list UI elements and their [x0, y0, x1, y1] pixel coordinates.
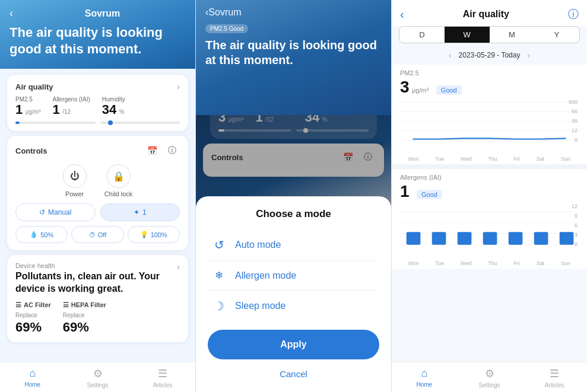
allergens-x-tue: Tue: [435, 260, 444, 266]
allergen-mode-option[interactable]: ❄ Allergen mode: [208, 261, 379, 291]
auto-mode-label: Auto mode: [235, 240, 281, 250]
p3-nav-articles[interactable]: ☰ Articles: [522, 362, 587, 392]
allergens-x-labels: Mon Tue Wed Thu Fri Sat Sun: [400, 259, 579, 266]
auto-mode-icon: ↺: [210, 238, 228, 252]
pm25-y-55: 55: [569, 109, 578, 114]
allergens-value: 1: [52, 102, 59, 117]
p3-nav-settings-label: Settings: [478, 382, 500, 388]
filter-row: ☰ AC Filter Replace 69% ☰ HEPA Filter Re…: [15, 301, 180, 335]
p1-nav: ‹ Sovrum: [9, 7, 186, 20]
humidity-ctrl-label: 50%: [40, 231, 53, 238]
p3-nav-settings[interactable]: ⚙ Settings: [457, 362, 522, 392]
nav-home[interactable]: ⌂ Home: [0, 362, 65, 392]
humidity-button[interactable]: 💧 50%: [15, 226, 68, 243]
manual-mode-button[interactable]: ↺ Manual: [15, 203, 96, 221]
p2-nav: ‹ Sovrum: [205, 7, 382, 18]
calendar-icon[interactable]: 📅: [144, 143, 160, 158]
panel-right: ‹ Air quality ⓘ D W M Y ‹ 2023-05-29 - T…: [392, 0, 587, 392]
home-icon: ⌂: [29, 367, 36, 380]
progress-bars: [15, 122, 180, 124]
manual-label: Manual: [48, 208, 71, 216]
brightness-button[interactable]: 💡 100%: [128, 226, 180, 243]
p3-content: PM2.5 3 μg/m³ Good 500 55: [392, 65, 587, 362]
sleep-mode-option[interactable]: ☽ Sleep mode: [208, 291, 379, 321]
nav-home-label: Home: [24, 381, 40, 388]
humidity-metric: Humidity 34 %: [102, 96, 125, 117]
allergen-mode-label: Allergen mode: [235, 270, 296, 281]
modal-overlay: Choose a mode ↺ Auto mode ❄ Allergen mod…: [196, 115, 391, 392]
p2-content: Air quality › PM2.5 3 μg/m³ Allergens (I…: [196, 115, 391, 392]
allergens-y-labels: 12 9 6 3 0: [572, 203, 579, 247]
allergens-y-3: 3: [572, 232, 578, 238]
tab-d[interactable]: D: [399, 27, 445, 43]
power-label: Power: [65, 190, 84, 197]
power-button[interactable]: ⏻ Power: [63, 164, 87, 197]
device-health-card: Device health Pollutants in, clean air o…: [7, 255, 188, 342]
cancel-button[interactable]: Cancel: [208, 362, 379, 386]
p3-back-icon[interactable]: ‹: [400, 8, 404, 21]
pm25-x-sat: Sat: [537, 156, 545, 162]
pm25-x-wed: Wed: [461, 156, 471, 162]
pm25-x-thu: Thu: [488, 156, 497, 162]
svg-rect-11: [458, 232, 472, 244]
info-icon[interactable]: ⓘ: [164, 143, 180, 158]
brightness-icon: 💡: [140, 231, 148, 238]
pm25-x-tue: Tue: [435, 156, 444, 162]
auto-mode-option[interactable]: ↺ Auto mode: [208, 230, 379, 261]
health-section-left: Device health Pollutants in, clean air o…: [15, 262, 177, 301]
ac-filter-pct: 69%: [15, 320, 51, 335]
pm25-y-0: 0: [569, 137, 578, 143]
panel-left: ‹ Sovrum The air quality is looking good…: [0, 0, 196, 392]
settings-icon: ⚙: [93, 367, 103, 380]
hepa-filter-label: ☰ HEPA Filter: [63, 301, 106, 309]
pm25-chart-val-row: 3 μg/m³ Good: [400, 78, 579, 97]
p3-nav: ‹ Air quality ⓘ: [392, 0, 587, 26]
filter-icon-2: ☰: [63, 301, 69, 309]
p2-header: ‹ Sovrum PM2.5 Good The air quality is l…: [196, 0, 391, 115]
timer-label: Off: [98, 231, 106, 238]
p2-headline: The air quality is looking good at this …: [205, 38, 382, 68]
timer-button[interactable]: ⏱ Off: [71, 226, 123, 243]
ac-filter-label: ☰ AC Filter: [15, 301, 51, 309]
humidity-value: 34: [102, 102, 116, 117]
filter-icon-1: ☰: [15, 301, 21, 309]
mode-row: ↺ Manual ✦ 1: [15, 203, 180, 221]
allergens-chart-badge: Good: [417, 190, 442, 199]
allergens-y-9: 9: [572, 213, 578, 219]
allergens-y-6: 6: [572, 222, 578, 228]
power-row: ⏻ Power 🔒 Child lock: [15, 164, 180, 197]
child-lock-button[interactable]: 🔒 Child lock: [104, 164, 133, 197]
pm25-chart: 500 55 35 12 0: [400, 99, 579, 152]
sleep-mode-icon: ☽: [210, 299, 228, 313]
pm25-chart-svg: [400, 99, 579, 144]
nav-settings[interactable]: ⚙ Settings: [65, 362, 131, 392]
health-arrow-icon[interactable]: ›: [177, 262, 180, 272]
p3-bottom-nav: ⌂ Home ⚙ Settings ☰ Articles: [392, 362, 587, 392]
hepa-filter-pct: 69%: [63, 320, 106, 335]
p2-nav-title: Sovrum: [208, 7, 241, 18]
nav-articles[interactable]: ☰ Articles: [130, 362, 195, 392]
manual-icon: ↺: [39, 208, 45, 216]
tab-m[interactable]: M: [490, 27, 535, 43]
back-icon[interactable]: ‹: [9, 7, 13, 20]
humidity-unit: %: [119, 109, 125, 115]
pm25-x-sun: Sun: [561, 156, 570, 162]
allergens-y-0: 0: [572, 241, 578, 247]
pm25-x-labels: Mon Tue Wed Thu Fri Sat Sun: [400, 155, 579, 162]
date-prev-icon[interactable]: ‹: [449, 50, 452, 60]
time-tabs: D W M Y: [399, 26, 580, 43]
allergens-x-mon: Mon: [408, 260, 419, 266]
p3-info-icon[interactable]: ⓘ: [568, 7, 579, 21]
fan-mode-button[interactable]: ✦ 1: [100, 203, 180, 221]
air-quality-arrow-icon[interactable]: ›: [177, 82, 180, 91]
apply-button[interactable]: Apply: [208, 330, 379, 359]
humidity-ctrl-icon: 💧: [30, 231, 38, 238]
air-quality-card-header: Air quality ›: [15, 82, 180, 91]
tab-y[interactable]: Y: [534, 27, 579, 43]
child-lock-label: Child lock: [104, 190, 133, 197]
hepa-filter: ☰ HEPA Filter Replace 69%: [63, 301, 106, 335]
power-icon: ⏻: [63, 164, 87, 188]
date-next-icon[interactable]: ›: [527, 50, 530, 60]
p3-nav-home[interactable]: ⌂ Home: [392, 362, 457, 392]
tab-w[interactable]: W: [445, 27, 490, 43]
